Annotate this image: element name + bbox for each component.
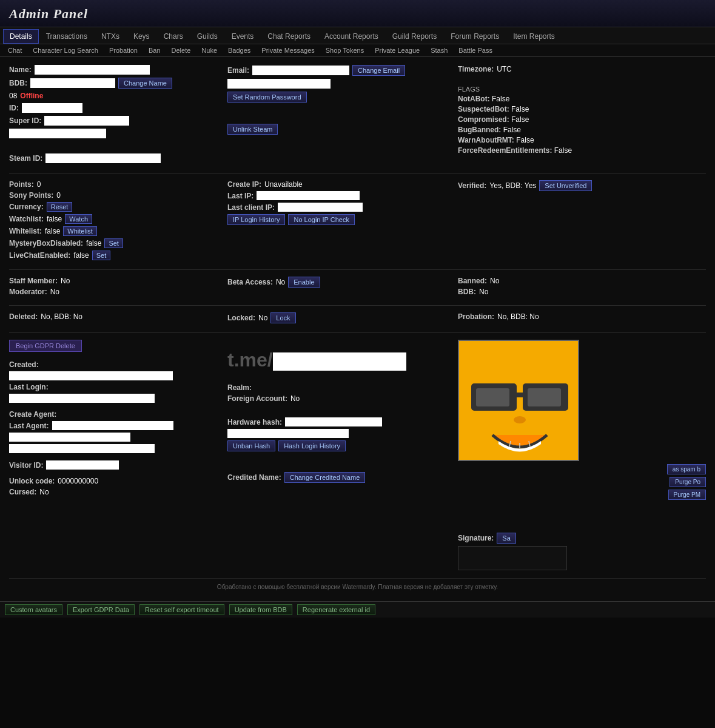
save-signature-button[interactable]: Sa — [497, 533, 515, 544]
tab-chat-reports[interactable]: Chat Reports — [261, 29, 317, 44]
tab-forum-reports[interactable]: Forum Reports — [444, 29, 506, 44]
enable-button[interactable]: Enable — [288, 277, 320, 288]
tab-transactions[interactable]: Transactions — [39, 29, 94, 44]
reset-button[interactable]: Reset — [47, 202, 73, 212]
live-chat-label: LiveChatEnabled: — [9, 251, 70, 260]
last-ip-input[interactable] — [257, 191, 360, 200]
svg-point-6 — [514, 416, 526, 423]
last-client-ip-input[interactable] — [278, 203, 363, 212]
regenerate-external-id-button[interactable]: Regenerate external id — [297, 604, 375, 615]
tab2-shop-tokens[interactable]: Shop Tokens — [321, 46, 369, 55]
cursed-value: No — [39, 488, 49, 496]
set-random-password-button[interactable]: Set Random Password — [227, 92, 307, 103]
tab-item-reports[interactable]: Item Reports — [506, 29, 562, 44]
update-from-bdb-button[interactable]: Update from BDB — [229, 604, 292, 615]
bug-banned-label: BugBanned: — [458, 126, 501, 134]
create-ip-value: Unavailable — [264, 180, 303, 189]
export-gdpr-data-button[interactable]: Export GDPR Data — [67, 604, 135, 615]
signature-label: Signature: — [458, 534, 494, 542]
tab2-char-log[interactable]: Character Log Search — [28, 46, 103, 55]
last-agent-input3[interactable] — [9, 444, 155, 453]
last-login-label: Last Login: — [9, 383, 49, 391]
mark-as-spam-button[interactable]: as spam b — [667, 464, 706, 474]
tab-guilds[interactable]: Guilds — [190, 29, 224, 44]
tab2-chat[interactable]: Chat — [3, 46, 27, 55]
svg-rect-4 — [476, 388, 509, 406]
tab-events[interactable]: Events — [225, 29, 261, 44]
banned-value: No — [490, 277, 499, 285]
last-agent-input2[interactable] — [9, 433, 130, 442]
set-live-chat-button[interactable]: Set — [92, 251, 111, 260]
whitelist-button[interactable]: Whitelist — [63, 226, 97, 236]
ip-login-history-button[interactable]: IP Login History — [227, 214, 285, 225]
tab-chars[interactable]: Chars — [157, 29, 190, 44]
no-login-ip-check-button[interactable]: No Login IP Check — [288, 214, 355, 225]
unlock-code-label: Unlock code: — [9, 477, 55, 485]
whitelist-label: Whitelist: — [9, 227, 42, 235]
tabs-row2: Chat Character Log Search Probation Ban … — [0, 44, 715, 57]
tab2-ban[interactable]: Ban — [144, 46, 166, 55]
tab2-delete[interactable]: Delete — [167, 46, 196, 55]
mystery-box-value: false — [86, 239, 101, 248]
hash-login-history-button[interactable]: Hash Login History — [278, 440, 346, 451]
compromised-label: Compromised: — [458, 115, 509, 124]
force-redeem-value: False — [554, 146, 572, 155]
last-login-input[interactable] — [9, 394, 155, 403]
hardware-hash-input[interactable] — [285, 417, 382, 426]
tab-ntxs[interactable]: NTXs — [95, 29, 126, 44]
live-chat-value: false — [73, 251, 89, 260]
foreign-account-label: Foreign Account: — [227, 394, 287, 403]
email-input[interactable] — [252, 66, 349, 75]
lock-button[interactable]: Lock — [270, 312, 295, 323]
points-label: Points: — [9, 180, 34, 189]
unlink-steam-button[interactable]: Unlink Steam — [227, 124, 278, 135]
purge-pm-button[interactable]: Purge PM — [668, 490, 706, 500]
visitor-id-input[interactable] — [46, 460, 119, 470]
tab-keys[interactable]: Keys — [127, 29, 156, 44]
locked-value: No — [258, 314, 267, 322]
signature-input[interactable] — [458, 546, 567, 570]
tab2-badges[interactable]: Badges — [223, 46, 255, 55]
id-input[interactable] — [22, 103, 82, 113]
created-input[interactable] — [9, 371, 173, 380]
super-id-input[interactable] — [44, 116, 129, 126]
name-input[interactable] — [35, 65, 150, 75]
change-name-button[interactable]: Change Name — [118, 78, 172, 89]
tab2-private-messages[interactable]: Private Messages — [257, 46, 319, 55]
bug-banned-value: False — [503, 126, 521, 134]
last-agent-input[interactable] — [52, 421, 173, 430]
email-label: Email: — [227, 66, 249, 75]
custom-avatars-button[interactable]: Custom avatars — [5, 604, 62, 615]
not-a-bot-label: NotABot: — [458, 95, 490, 103]
hardware-hash-input2[interactable] — [227, 429, 349, 438]
watermark-text: Обработано с помощью бесплатной версии W… — [217, 584, 498, 590]
bottom-toolbar: Custom avatars Export GDPR Data Reset se… — [0, 601, 715, 618]
tab2-private-league[interactable]: Private League — [370, 46, 425, 55]
tab-details[interactable]: Details — [3, 29, 39, 44]
begin-gdpr-button[interactable]: Begin GDPR Delete — [9, 340, 82, 352]
suspected-bot-value: False — [511, 105, 529, 113]
id-label: ID: — [9, 104, 19, 112]
deleted-label: Deleted: — [9, 312, 38, 321]
email-input2[interactable] — [227, 79, 331, 89]
set-mystery-box-button[interactable]: Set — [104, 238, 123, 248]
purge-posts-button[interactable]: Purge Po — [670, 477, 706, 487]
bdb-input[interactable] — [30, 78, 115, 88]
sony-points-value: 0 — [56, 191, 61, 200]
tab2-nuke[interactable]: Nuke — [196, 46, 222, 55]
change-credited-name-button[interactable]: Change Credited Name — [284, 472, 366, 483]
tab2-stash[interactable]: Stash — [426, 46, 452, 55]
steam-id-input[interactable] — [45, 153, 161, 163]
reset-self-export-button[interactable]: Reset self export timeout — [139, 604, 224, 615]
tab2-battle-pass[interactable]: Battle Pass — [454, 46, 497, 55]
tab-guild-reports[interactable]: Guild Reports — [386, 29, 443, 44]
unban-hash-button[interactable]: Unban Hash — [227, 440, 275, 451]
super-id-input2[interactable] — [9, 129, 106, 138]
set-unverified-button[interactable]: Set Unverified — [539, 180, 592, 191]
tab-account-reports[interactable]: Account Reports — [318, 29, 385, 44]
beta-access-label: Beta Access: — [227, 278, 273, 286]
watch-button[interactable]: Watch — [65, 214, 92, 224]
bdb-banned-label: BDB: — [458, 288, 476, 296]
change-email-button[interactable]: Change Email — [352, 65, 405, 76]
tab2-probation[interactable]: Probation — [104, 46, 143, 55]
